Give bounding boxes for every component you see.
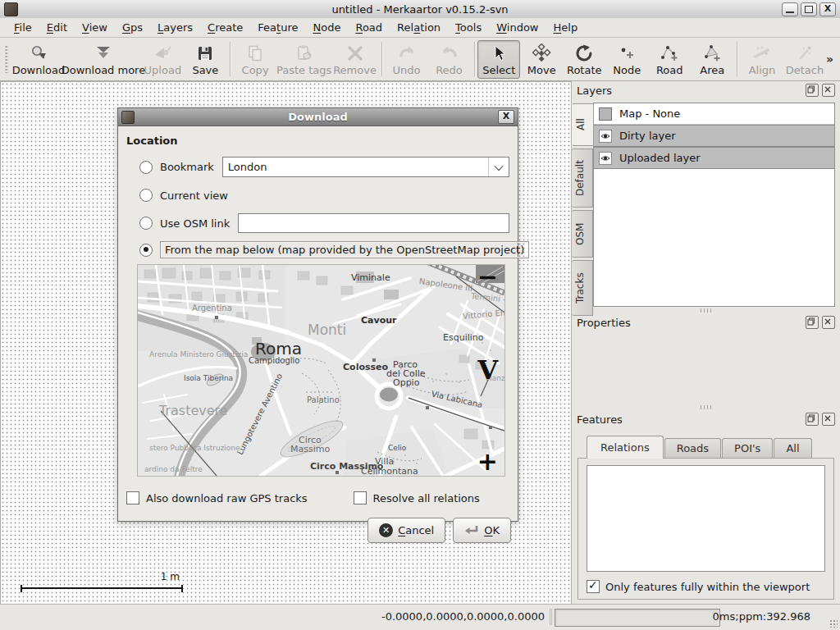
tab-all[interactable]: All xyxy=(774,438,811,458)
node-tool-button[interactable]: Node xyxy=(605,40,648,79)
resolve-relations-label: Resolve all relations xyxy=(373,492,480,504)
dock-splitter[interactable] xyxy=(572,404,840,410)
menu-window[interactable]: Window xyxy=(489,20,546,35)
enter-arrow-icon xyxy=(464,524,479,537)
copy-button[interactable]: Copy xyxy=(234,40,276,79)
map-watermark-v: V xyxy=(477,357,498,383)
select-tool-button[interactable]: Select xyxy=(477,40,520,79)
area-tool-button[interactable]: Area xyxy=(691,40,733,79)
osm-link-radio[interactable] xyxy=(139,217,153,230)
tab-roads[interactable]: Roads xyxy=(664,438,721,458)
layers-tab-tracks[interactable]: Tracks xyxy=(572,260,593,316)
chevron-down-icon[interactable] xyxy=(488,158,509,176)
map-label: Campidoglio xyxy=(249,357,299,365)
move-tool-button[interactable]: Move xyxy=(520,40,563,79)
download-button[interactable]: Download xyxy=(11,40,65,79)
detach-button[interactable]: Detach xyxy=(783,40,826,79)
map-preview[interactable]: ViminaleNapoleone IIITermini - LaArgenti… xyxy=(137,264,505,477)
redo-button[interactable]: Redo xyxy=(428,40,471,79)
current-view-label: Current view xyxy=(160,189,228,202)
menu-node[interactable]: Node xyxy=(305,20,348,35)
menu-help[interactable]: Help xyxy=(546,20,586,35)
eye-icon[interactable] xyxy=(599,152,612,165)
rotate-tool-button[interactable]: Rotate xyxy=(563,40,605,79)
ok-button[interactable]: OK xyxy=(453,518,511,543)
resize-grip[interactable] xyxy=(829,619,838,628)
osm-link-input[interactable] xyxy=(238,213,509,233)
download-more-button[interactable]: Download more xyxy=(66,40,142,79)
menu-relation[interactable]: Relation xyxy=(390,20,448,35)
map-label: Celio xyxy=(388,445,406,452)
dialog-title: Download xyxy=(118,111,518,123)
tab-relations[interactable]: Relations xyxy=(587,436,664,459)
layer-row-uploaded[interactable]: Uploaded layer xyxy=(594,147,834,169)
move-icon xyxy=(532,43,551,63)
bookmark-value: London xyxy=(223,161,488,173)
map-label: Isola Tiberina xyxy=(184,375,233,382)
menu-layers[interactable]: Layers xyxy=(150,20,200,35)
menu-road[interactable]: Road xyxy=(348,20,390,35)
properties-close-button[interactable] xyxy=(822,316,835,329)
paste-tags-button[interactable]: Paste tags xyxy=(276,40,331,79)
dialog-close-button[interactable]: X xyxy=(498,110,514,124)
menu-feature[interactable]: Feature xyxy=(250,20,305,35)
features-close-button[interactable] xyxy=(822,413,835,426)
layer-row-map[interactable]: Map - None xyxy=(594,103,834,125)
map-zoom-in-control[interactable]: + xyxy=(477,450,498,474)
rotate-icon xyxy=(574,43,594,63)
layers-float-button[interactable] xyxy=(806,84,819,97)
cancel-button[interactable]: ✕ Cancel xyxy=(368,518,445,543)
align-icon xyxy=(752,43,772,63)
from-map-radio[interactable] xyxy=(139,244,153,257)
viewport-only-checkbox[interactable] xyxy=(587,580,600,593)
menu-file[interactable]: File xyxy=(7,20,39,35)
menu-gps[interactable]: Gps xyxy=(115,20,150,35)
layers-tab-all[interactable]: All xyxy=(572,103,594,146)
toolbar-overflow-chevron[interactable]: » xyxy=(826,52,833,66)
maximize-button[interactable] xyxy=(801,2,817,16)
render-metrics: 0ms;ppm:392.968 xyxy=(713,610,810,623)
menu-create[interactable]: Create xyxy=(200,20,250,35)
properties-panel-body xyxy=(572,331,840,404)
resolve-relations-checkbox[interactable] xyxy=(354,491,367,504)
layers-close-button[interactable] xyxy=(822,84,835,97)
menu-tools[interactable]: Tools xyxy=(448,20,489,35)
tab-pois[interactable]: POI's xyxy=(722,438,773,458)
toolbar-drag-handle[interactable] xyxy=(5,45,8,73)
layer-row-dirty[interactable]: Dirty layer xyxy=(594,125,834,147)
properties-float-button[interactable] xyxy=(806,316,819,329)
menu-edit[interactable]: Edit xyxy=(39,20,75,35)
close-button[interactable]: X xyxy=(819,2,836,16)
road-tool-button[interactable]: Road xyxy=(648,40,691,79)
menu-view[interactable]: View xyxy=(75,20,115,35)
map-label: Oppio xyxy=(393,378,419,387)
location-group-label: Location xyxy=(126,135,511,147)
dock-splitter[interactable] xyxy=(572,307,840,313)
layers-tab-default[interactable]: Default xyxy=(572,148,593,208)
features-list[interactable] xyxy=(587,465,825,572)
layer-visibility-checkbox[interactable] xyxy=(599,107,612,121)
features-float-button[interactable] xyxy=(806,413,819,426)
dialog-titlebar[interactable]: Download X xyxy=(118,108,518,126)
layers-list: Map - None Dirty layer Uploaded layer xyxy=(593,103,835,307)
gps-tracks-checkbox[interactable] xyxy=(126,491,139,504)
current-view-radio[interactable] xyxy=(139,189,153,202)
properties-panel-header: Properties xyxy=(572,313,840,331)
status-bar: -0.0000,0.0000,0.0000,0.0000 0ms;ppm:392… xyxy=(0,604,840,630)
bookmark-combobox[interactable]: London xyxy=(222,157,509,177)
features-panel-title: Features xyxy=(577,413,623,426)
layers-tab-osm[interactable]: OSM xyxy=(572,210,593,258)
map-zoom-out-control[interactable]: − xyxy=(477,265,498,290)
align-button[interactable]: Align xyxy=(741,40,783,79)
minimize-button[interactable] xyxy=(782,2,798,16)
toolbar-separator xyxy=(230,42,231,76)
remove-button[interactable]: Remove xyxy=(331,40,378,79)
save-button[interactable]: Save xyxy=(184,40,226,79)
undo-button[interactable]: Undo xyxy=(386,40,428,79)
bookmark-radio[interactable] xyxy=(139,161,153,174)
map-label: Villa xyxy=(375,457,394,466)
upload-button[interactable]: Upload xyxy=(141,40,184,79)
download-icon xyxy=(29,43,48,63)
eye-icon[interactable] xyxy=(599,130,612,143)
osm-link-label: Use OSM link xyxy=(160,217,230,230)
